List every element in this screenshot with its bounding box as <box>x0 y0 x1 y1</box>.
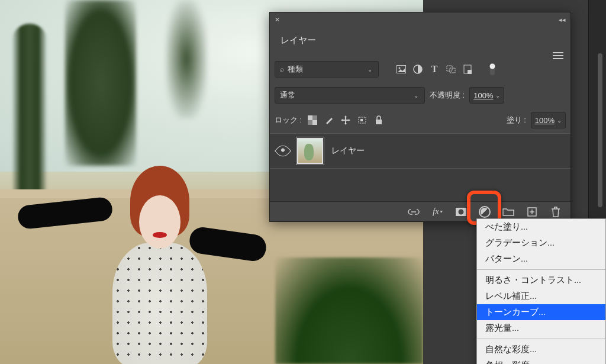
chevron-down-icon: ⌄ <box>495 92 500 99</box>
fill-value: 100% <box>535 116 555 125</box>
layer-name[interactable]: レイヤー <box>331 146 365 156</box>
chevron-down-icon: ⌄ <box>557 117 562 124</box>
lock-transparency-icon[interactable] <box>307 114 318 126</box>
layer-filter-label: 種類 <box>288 64 303 75</box>
lock-artboard-icon[interactable] <box>356 114 368 126</box>
filter-smartobject-icon[interactable] <box>462 63 473 75</box>
new-layer-icon[interactable] <box>526 205 539 218</box>
layer-filter-row: ⌕ 種類 ⌄ T <box>275 59 566 80</box>
photo-tree <box>166 0 207 118</box>
blend-mode-select[interactable]: 通常 ⌄ <box>275 87 425 104</box>
menu-item-levels[interactable]: レベル補正... <box>477 288 605 304</box>
opacity-input[interactable]: 100% ⌄ <box>469 87 504 104</box>
svg-point-11 <box>490 64 495 69</box>
menu-item-brightness-contrast[interactable]: 明るさ・コントラスト... <box>477 272 605 288</box>
chevron-down-icon: ⌄ <box>368 66 372 73</box>
scrollbar[interactable] <box>598 53 602 207</box>
lock-label: ロック : <box>275 115 302 125</box>
lock-move-icon[interactable] <box>340 114 352 126</box>
panel-collapse-button[interactable]: ◂◂ <box>559 16 566 24</box>
lock-all-icon[interactable] <box>373 114 385 126</box>
fill-label: 塗り : <box>507 115 526 125</box>
svg-rect-16 <box>360 119 363 121</box>
layer-thumbnail[interactable] <box>297 138 323 164</box>
svg-rect-17 <box>376 120 382 124</box>
filter-image-icon[interactable] <box>395 63 407 75</box>
menu-item-pattern[interactable]: パターン... <box>477 251 605 267</box>
svg-rect-13 <box>308 115 312 120</box>
layer-effects-icon[interactable]: fx▾ <box>431 205 444 218</box>
opacity-label: 不透明度 : <box>430 90 465 101</box>
filter-adjustment-icon[interactable] <box>412 63 424 75</box>
visibility-toggle-icon[interactable] <box>275 143 291 159</box>
lock-brush-icon[interactable] <box>323 114 335 126</box>
layer-row[interactable]: レイヤー <box>270 133 570 169</box>
layer-list: レイヤー <box>270 133 570 201</box>
panel-close-button[interactable]: ✕ <box>275 16 280 24</box>
photo-bush <box>275 257 423 364</box>
svg-point-4 <box>399 67 401 69</box>
fill-input[interactable]: 100% ⌄ <box>531 112 566 128</box>
delete-layer-icon[interactable] <box>549 205 562 218</box>
tab-layers[interactable]: レイヤー <box>270 29 327 51</box>
menu-separator <box>477 269 605 270</box>
new-group-icon[interactable] <box>502 205 515 218</box>
opacity-value: 100% <box>473 91 493 100</box>
adjustment-layer-popup: べた塗り... グラデーション... パターン... 明るさ・コントラスト...… <box>476 218 606 364</box>
filter-type-icon[interactable]: T <box>428 63 440 75</box>
svg-rect-9 <box>468 70 472 74</box>
panel-tabs: レイヤー <box>270 29 570 51</box>
new-adjustment-layer-icon[interactable] <box>478 205 491 218</box>
filter-toggle[interactable] <box>486 63 498 75</box>
link-layers-icon[interactable] <box>407 205 420 218</box>
menu-separator <box>477 339 605 339</box>
menu-item-curves[interactable]: トーンカーブ... <box>477 304 605 320</box>
menu-item-hue-saturation[interactable]: 色相・彩度... <box>477 357 605 364</box>
add-mask-icon[interactable] <box>454 205 468 218</box>
photo-tree <box>65 0 136 166</box>
svg-rect-14 <box>312 120 317 125</box>
menu-item-solid-color[interactable]: べた塗り... <box>477 219 605 235</box>
layers-panel: ✕ ◂◂ レイヤー ⌕ 種類 ⌄ T 通常 ⌄ 不透明度 : 100% ⌄ <box>269 12 571 222</box>
photo-person <box>83 166 237 364</box>
photo-tree <box>12 24 47 213</box>
search-icon: ⌕ <box>280 65 284 73</box>
chevron-down-icon: ⌄ <box>414 92 418 99</box>
menu-item-exposure[interactable]: 露光量... <box>477 320 605 336</box>
lock-fill-row: ロック : 塗り : 100% ⌄ <box>275 109 566 131</box>
menu-item-gradient[interactable]: グラデーション... <box>477 235 605 251</box>
layer-filter-select[interactable]: ⌕ 種類 ⌄ <box>275 61 379 78</box>
svg-point-19 <box>459 209 464 214</box>
blend-opacity-row: 通常 ⌄ 不透明度 : 100% ⌄ <box>275 85 566 106</box>
filter-shape-icon[interactable] <box>445 63 457 75</box>
blend-mode-value: 通常 <box>280 90 295 101</box>
menu-item-vibrance[interactable]: 自然な彩度... <box>477 342 605 357</box>
